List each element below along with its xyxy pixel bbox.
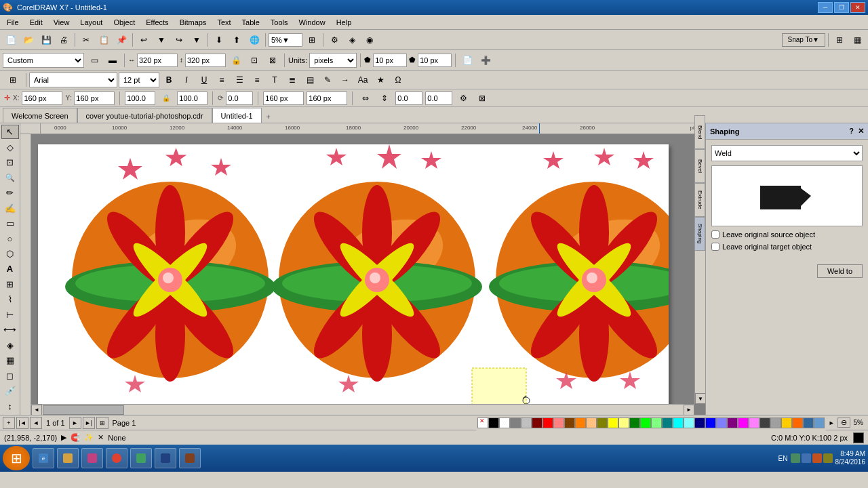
text-style-btn[interactable]: Aa	[355, 73, 371, 87]
smart-draw-tool[interactable]: ✍	[1, 201, 19, 215]
ie-taskbar-btn[interactable]: e	[33, 448, 54, 468]
weld-to-button[interactable]: Weld to	[817, 264, 863, 278]
pick-tool[interactable]: ↖	[1, 125, 19, 139]
swatch-pink[interactable]	[553, 418, 564, 428]
blend-tab[interactable]: Blend	[694, 115, 705, 149]
tab-untitled[interactable]: Untitled-1	[212, 108, 262, 123]
tray-icon4[interactable]	[823, 453, 833, 463]
menu-layout[interactable]: Layout	[75, 17, 108, 28]
swatch-gray1[interactable]	[510, 418, 521, 428]
width-obj[interactable]	[125, 92, 155, 105]
color-none[interactable]: ✕	[477, 418, 488, 428]
copy-btn[interactable]: 📋	[96, 33, 112, 47]
text-edit-btn[interactable]: ✎	[319, 73, 336, 87]
options2-btn[interactable]: ◈	[344, 33, 360, 47]
swatch-white[interactable]	[499, 418, 510, 428]
paste-btn[interactable]: 📌	[113, 33, 130, 47]
connector-tool[interactable]: ⌇	[1, 292, 19, 306]
measure-tool[interactable]: ⊢	[1, 308, 19, 322]
swatch-blue[interactable]	[705, 418, 716, 428]
units-select[interactable]: pixels	[309, 53, 357, 68]
outline-tool[interactable]: ◻	[1, 369, 19, 383]
eyedropper-tool[interactable]: 💉	[1, 384, 19, 398]
swatch-lightgreen[interactable]	[651, 418, 662, 428]
crop-tool[interactable]: ⊡	[1, 155, 19, 169]
scroll-down-btn[interactable]: ▼	[695, 393, 705, 404]
leave-target-checkbox[interactable]	[711, 243, 719, 251]
page-options-btn[interactable]: ⊞	[96, 417, 108, 429]
swatch-steelblue[interactable]	[803, 418, 814, 428]
char-formatting-btn[interactable]: T	[267, 73, 283, 87]
extrude-tab[interactable]: Extrude	[694, 183, 705, 217]
swatch-olive[interactable]	[597, 418, 608, 428]
align-right-btn[interactable]: ≡	[249, 73, 265, 87]
font-size-select[interactable]: 12 pt	[119, 73, 159, 87]
leave-source-checkbox[interactable]	[711, 230, 719, 239]
height-obj[interactable]	[177, 92, 208, 105]
zoom-tool[interactable]: 🔍	[1, 170, 19, 184]
menu-file[interactable]: File	[1, 17, 24, 28]
open-btn[interactable]: 📂	[20, 33, 37, 47]
close-button[interactable]: ✕	[850, 2, 865, 13]
start-button[interactable]: ⊞	[3, 446, 30, 470]
swatch-darkred[interactable]	[532, 418, 542, 428]
scrollbar-horizontal[interactable]: ◄ ►	[31, 404, 694, 415]
align-center-btn[interactable]: ☰	[231, 73, 248, 87]
swatch-orange[interactable]	[575, 418, 586, 428]
swatch-peach[interactable]	[586, 418, 597, 428]
scroll-right-btn[interactable]: ►	[684, 405, 694, 415]
nudge-field2[interactable]	[418, 54, 452, 67]
italic-btn[interactable]: I	[178, 73, 195, 87]
zoom-dropdown[interactable]: ▼	[282, 36, 290, 44]
page-border-btn[interactable]: ⊡	[246, 53, 262, 68]
cut-btn[interactable]: ✂	[78, 33, 94, 47]
height-field[interactable]	[185, 54, 226, 67]
swatch-darkgray[interactable]	[760, 418, 770, 428]
text-tool[interactable]: A	[1, 262, 19, 276]
shaping-tab[interactable]: Shaping	[694, 217, 705, 251]
bleed-btn[interactable]: ⊠	[264, 53, 281, 68]
arrow-btn[interactable]: ▶	[61, 433, 66, 442]
lang-indicator[interactable]: EN	[778, 455, 788, 462]
swatch-yellow[interactable]	[608, 418, 618, 428]
landscape-btn[interactable]: ▬	[104, 53, 121, 68]
align-left-btn[interactable]: ≡	[214, 73, 230, 87]
panel-help-btn[interactable]: ?	[849, 127, 854, 136]
swatch-teal[interactable]	[662, 418, 673, 428]
tab-welcome[interactable]: Welcome Screen	[3, 108, 77, 123]
publish-btn[interactable]: 🌐	[246, 33, 262, 47]
table-tool[interactable]: ⊞	[1, 277, 19, 291]
menu-window[interactable]: Window	[294, 17, 331, 28]
menu-tools[interactable]: Tools	[265, 17, 294, 28]
minimize-button[interactable]: ─	[818, 2, 833, 13]
text-arrow-btn[interactable]: →	[337, 73, 353, 87]
tray-icon1[interactable]	[791, 453, 800, 463]
export-btn[interactable]: ⬆	[229, 33, 245, 47]
drawing-canvas[interactable]: ▲ ▼ ◄ ►	[31, 134, 705, 415]
freehand-tool[interactable]: ✏	[1, 186, 19, 200]
nudge-field[interactable]	[373, 54, 407, 67]
tray-icon2[interactable]	[802, 453, 811, 463]
more-btn[interactable]: ⚙	[455, 91, 471, 106]
swatch-red[interactable]	[542, 418, 553, 428]
polygon-tool[interactable]: ⬡	[1, 247, 19, 261]
mirror-v-btn[interactable]: ⇕	[376, 91, 393, 106]
explorer-taskbar-btn[interactable]	[57, 448, 79, 468]
bullet-btn[interactable]: ≣	[284, 73, 300, 87]
swatch-brown[interactable]	[564, 418, 575, 428]
menu-edit[interactable]: Edit	[24, 17, 48, 28]
scroll-left-btn[interactable]: ◄	[31, 405, 42, 415]
smart-fill-tool[interactable]: ▦	[1, 353, 19, 367]
bevel-tab[interactable]: Bevel	[694, 149, 705, 183]
swatch-lightmagenta[interactable]	[749, 418, 760, 428]
page-opt-btn[interactable]: 📄	[459, 53, 475, 68]
media-taskbar-btn[interactable]	[81, 448, 103, 468]
page-prev-btn[interactable]: ◄	[30, 417, 42, 429]
tray-icon3[interactable]	[812, 453, 822, 463]
add-page-btn[interactable]: ➕	[477, 53, 494, 68]
chrome-taskbar-btn[interactable]	[106, 448, 127, 468]
width-field[interactable]	[137, 54, 178, 67]
redo-btn[interactable]: ↪	[171, 33, 187, 47]
menu-text[interactable]: Text	[212, 17, 236, 28]
mirror-y[interactable]	[307, 92, 347, 105]
